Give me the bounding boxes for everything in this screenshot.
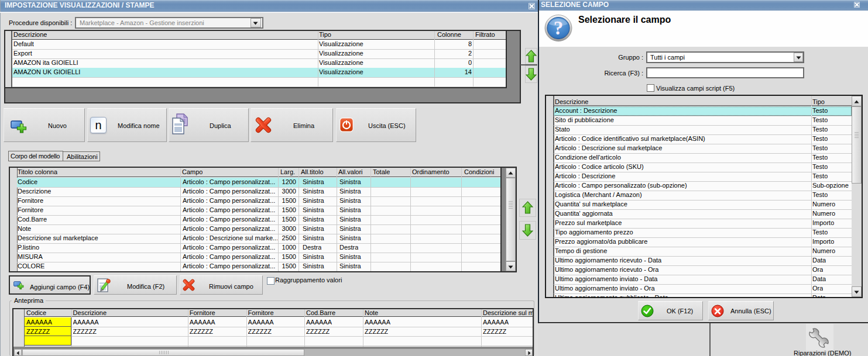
svg-text:?: ? [554, 18, 564, 39]
